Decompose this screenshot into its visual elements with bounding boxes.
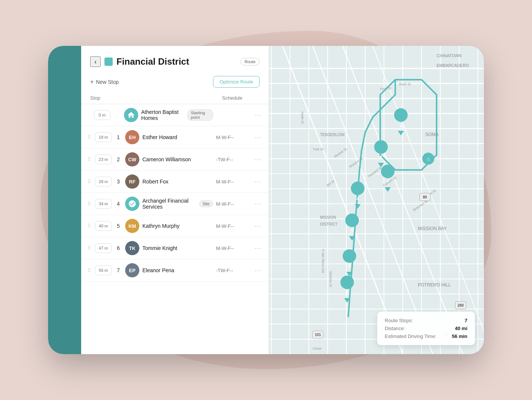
route-driving-time-row: Estimated Driving Time: 56 min (385, 333, 467, 339)
stop-name-row: Atherton Baptist HomesStarting point (141, 109, 213, 121)
drag-handle-icon[interactable]: ⠿ (86, 245, 92, 251)
stop-name: Tommie Knight (142, 245, 177, 251)
stop-name: Eleanor Pena (142, 267, 174, 273)
route-driving-time-value: 56 min (452, 333, 467, 339)
left-panel: ‹ Financial District Route + New Stop Op… (81, 46, 269, 354)
stop-list: 0 mAtherton Baptist HomesStarting point·… (81, 104, 269, 354)
stop-row[interactable]: ⠿56 m7EPEleanor Pena-TW-F--··· (81, 259, 269, 282)
stop-row[interactable]: ⠿47 m6TKTommie KnightM-W-F--··· (81, 237, 269, 259)
svg-text:MISSION: MISSION (320, 215, 336, 220)
optimize-route-button[interactable]: Optimize Route (213, 76, 260, 88)
stop-name: Atherton Baptist Homes (141, 109, 184, 121)
route-badge: Route (240, 58, 260, 65)
stop-row[interactable]: ⠿34 m4Archangel Financial ServicesSiteM-… (81, 193, 269, 215)
schedule-text: M-W-F-- (216, 179, 250, 185)
stop-row[interactable]: ⠿28 m3RFRobert FoxM-W-F--··· (81, 171, 269, 193)
svg-text:S Van Ness Ave: S Van Ness Ave (321, 249, 325, 273)
stop-avatar: RF (125, 174, 139, 189)
drag-handle-icon[interactable]: ⠿ (86, 156, 92, 162)
svg-text:POTRERO HILL: POTRERO HILL (418, 282, 451, 288)
svg-text:EMBARCADERO: EMBARCADERO (437, 63, 469, 68)
drag-handle-icon[interactable]: ⠿ (86, 134, 92, 140)
route-distance-value: 40 mi (455, 326, 467, 331)
new-stop-button[interactable]: + New Stop (90, 77, 119, 87)
distance-badge: 23 m (95, 155, 112, 164)
stop-avatar: KM (125, 219, 139, 233)
device-frame: ‹ Financial District Route + New Stop Op… (48, 46, 484, 354)
schedule-text: M-W-F-- (216, 223, 250, 229)
drag-handle-icon[interactable] (86, 112, 91, 118)
map-panel: ⌂ 2 3 4 (269, 46, 484, 354)
route-driving-time-label: Estimated Driving Time: (385, 333, 436, 339)
stop-avatar: EH (125, 130, 139, 144)
svg-text:5: 5 (351, 228, 354, 233)
stop-row[interactable]: ⠿23 m2CWCameron Williamson-TW-F--··· (81, 148, 269, 171)
more-options-button[interactable]: ··· (253, 133, 263, 141)
svg-text:6: 6 (348, 264, 351, 269)
distance-badge: 47 m (95, 243, 112, 253)
back-button[interactable]: ‹ (90, 56, 101, 67)
schedule-text: M-W-F-- (216, 201, 250, 207)
more-options-button[interactable]: ··· (253, 267, 263, 274)
stop-name: Cameron Williamson (142, 156, 191, 162)
route-info-box: Route Stops: 7 Distance: 40 mi Estimated… (377, 312, 475, 345)
distance-badge: 28 m (95, 177, 112, 186)
schedule-text: M-W-F-- (216, 135, 250, 140)
svg-text:280: 280 (458, 303, 464, 308)
more-options-button[interactable]: ··· (253, 156, 263, 164)
stop-name: Kathryn Murphy (142, 223, 180, 229)
col-stop-header: Stop (90, 95, 222, 101)
stop-info: Archangel Financial ServicesSite (142, 198, 213, 210)
more-options-button[interactable]: ··· (253, 178, 263, 186)
col-schedule-header: Schedule (222, 95, 260, 101)
stop-name-row: Esther Howard (142, 134, 213, 140)
more-options-button[interactable]: ··· (253, 111, 263, 119)
svg-text:TENDERLOIN: TENDERLOIN (320, 133, 344, 137)
svg-text:DISTRICT: DISTRICT (320, 222, 337, 226)
drag-handle-icon[interactable]: ⠿ (86, 179, 92, 185)
stop-name: Robert Fox (142, 179, 168, 185)
svg-text:CHINATOWN: CHINATOWN (437, 53, 462, 58)
stop-row[interactable]: 0 mAtherton Baptist HomesStarting point·… (81, 104, 269, 126)
svg-text:2: 2 (380, 155, 382, 160)
stop-avatar: EP (125, 263, 139, 277)
svg-text:1: 1 (400, 123, 402, 128)
route-stops-label: Route Stops: (385, 318, 413, 323)
plus-icon: + (90, 79, 94, 85)
panel-header: ‹ Financial District Route (81, 46, 269, 73)
more-options-button[interactable]: ··· (253, 244, 263, 252)
drag-handle-icon[interactable]: ⠿ (86, 201, 92, 207)
stop-avatar: TK (125, 241, 139, 255)
more-options-button[interactable]: ··· (253, 200, 263, 208)
svg-text:7: 7 (346, 290, 349, 295)
toolbar: + New Stop Optimize Route (81, 73, 269, 92)
stop-name-row: Archangel Financial ServicesSite (142, 198, 213, 210)
stop-number: 2 (115, 156, 122, 162)
svg-text:SOMA: SOMA (425, 132, 438, 137)
schedule-text: -TW-F-- (216, 268, 250, 273)
stop-info: Kathryn Murphy (142, 223, 213, 229)
svg-text:Bush St: Bush St (399, 82, 411, 86)
stop-row[interactable]: ⠿18 m1EHEsther HowardM-W-F--··· (81, 126, 269, 148)
route-distance-row: Distance: 40 mi (385, 326, 467, 331)
stop-name-row: Kathryn Murphy (142, 223, 213, 229)
drag-handle-icon[interactable]: ⠿ (86, 267, 92, 273)
schedule-text: -TW-F-- (216, 157, 250, 162)
distance-badge: 0 m (94, 110, 110, 120)
stop-name-row: Eleanor Pena (142, 267, 213, 273)
more-options-button[interactable]: ··· (253, 222, 263, 230)
stop-number: 6 (115, 245, 122, 251)
stop-name: Archangel Financial Services (142, 198, 196, 210)
stop-info: Tommie Knight (142, 245, 213, 251)
stop-row[interactable]: ⠿40 m5KMKathryn MurphyM-W-F--··· (81, 215, 269, 237)
drag-handle-icon[interactable]: ⠿ (86, 223, 92, 229)
distance-badge: 18 m (95, 132, 112, 142)
svg-rect-3 (269, 46, 484, 354)
stop-info: Esther Howard (142, 134, 213, 140)
stop-number: 4 (115, 201, 122, 207)
stop-info: Robert Fox (142, 179, 213, 185)
stop-info: Cameron Williamson (142, 156, 213, 162)
svg-text:4: 4 (357, 196, 359, 202)
stop-number: 1 (115, 134, 122, 140)
stop-number: 7 (115, 267, 122, 273)
